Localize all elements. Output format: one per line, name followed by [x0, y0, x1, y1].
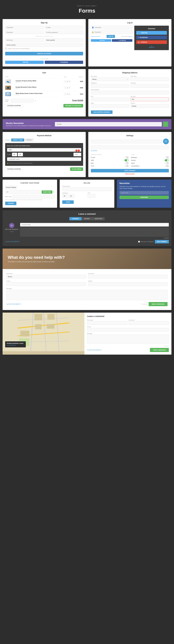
map-attach-link[interactable]: 📎 ADD ATTACHMENTS: [87, 349, 101, 351]
shipping-street-input[interactable]: [91, 91, 169, 94]
country-select-phone[interactable]: Russian Federation (1): [5, 186, 17, 189]
delete-account-button[interactable]: Delete account?: [125, 173, 134, 174]
payment-close-icon[interactable]: ×: [84, 133, 84, 135]
comment-tab-review[interactable]: REVIEW: [82, 217, 92, 220]
expires-year-input[interactable]: [18, 153, 23, 156]
phone-refresh-icon[interactable]: ↻: [53, 191, 54, 193]
shipping-country-select[interactable]: Russia: [130, 104, 169, 108]
settings-close-icon[interactable]: ×: [169, 133, 170, 135]
settings-website-link[interactable]: @ Website: [91, 150, 169, 152]
cardholder-input[interactable]: [7, 157, 81, 161]
place-order-button[interactable]: PLACE ORDER: [70, 168, 83, 171]
sms-code-input[interactable]: [12, 195, 54, 198]
billing-cvv-input[interactable]: [88, 194, 96, 198]
login-password-input[interactable]: [91, 30, 132, 34]
map-message-textarea[interactable]: [87, 335, 169, 344]
connect-google-button[interactable]: g+ GOOGLE: [136, 40, 167, 44]
cart-item-3-qty-plus[interactable]: +: [68, 93, 70, 95]
shipping-city-input[interactable]: [91, 98, 129, 101]
shipping-company-input[interactable]: [130, 84, 169, 88]
login-close-icon[interactable]: ×: [169, 20, 170, 22]
add-comment-button[interactable]: ADD COMMENT: [155, 240, 169, 244]
payment-paypal-tab[interactable]: PAYPAL: [25, 138, 34, 142]
shipping-first-name-input[interactable]: [91, 78, 129, 81]
login-facebook-button[interactable]: f FACEBOOK: [112, 39, 132, 42]
type-sales-toggle[interactable]: [165, 162, 169, 164]
phone-country-code-input[interactable]: [5, 190, 38, 194]
cart-item-2-qty-minus[interactable]: −: [64, 86, 66, 89]
login-button[interactable]: LOG IN: [106, 35, 115, 38]
notif-email-toggle[interactable]: [124, 156, 129, 158]
continue-shopping-button[interactable]: CONTINUE SHOPPING: [5, 104, 23, 108]
cart-item-1-qty-plus[interactable]: +: [68, 80, 70, 82]
settings-email-input[interactable]: [91, 146, 169, 149]
comment-title-input[interactable]: [20, 223, 169, 226]
newsletter-card-email-input[interactable]: [120, 191, 169, 194]
newsletter-banner-submit-button[interactable]: ›: [163, 122, 168, 127]
connect-facebook-button[interactable]: f FACEBOOK: [136, 36, 167, 39]
help-send-button[interactable]: SEND A MESSAGE: [148, 302, 168, 306]
newsletter-banner-email-input[interactable]: [55, 122, 162, 126]
card-number-input[interactable]: [7, 148, 81, 152]
cart-item-1-qty-minus[interactable]: −: [64, 80, 66, 82]
promo-input[interactable]: [11, 99, 34, 102]
shipping-last-name-input[interactable]: [130, 78, 169, 81]
signup-dob-input[interactable]: [5, 38, 44, 42]
type-activity-toggle[interactable]: [165, 159, 169, 161]
signup-facebook-button[interactable]: f FACEBOOK: [45, 61, 83, 64]
login-twitter-button[interactable]: 🐦 TWITTER: [91, 39, 111, 42]
proceed-checkout-button[interactable]: PROCEED TO CHECKOUT: [64, 104, 83, 108]
login-username-input[interactable]: [91, 26, 132, 29]
connect-signup-link[interactable]: SIGN UP: [149, 47, 154, 48]
signup-country-select[interactable]: Select country: [5, 43, 83, 47]
map-first-name-input[interactable]: [87, 321, 127, 325]
signup-gender-select[interactable]: Select gender Male Female: [45, 38, 83, 42]
save-shipping-button[interactable]: SAVE SHIPPING ADDRESS: [91, 110, 112, 114]
signup-terms-checkbox[interactable]: [5, 48, 7, 50]
billing-done-button[interactable]: DONE: [62, 200, 74, 204]
newsletter-subscribe-button[interactable]: SUBSCRIBE: [120, 196, 169, 199]
save-changes-button[interactable]: SAVE CHANGES: [91, 169, 169, 172]
comment-body-textarea[interactable]: [20, 228, 169, 236]
settings-name-input[interactable]: [91, 140, 162, 143]
send-code-button[interactable]: SEND CODE: [42, 190, 52, 194]
shipping-state-input[interactable]: [91, 104, 129, 108]
map-email-input[interactable]: [87, 328, 169, 332]
map-last-name-input[interactable]: [129, 321, 169, 325]
help-last-name-input[interactable]: [88, 275, 168, 278]
signup-confirm-password-input[interactable]: [45, 30, 83, 34]
signup-create-account-button[interactable]: CREATE ACCOUNT: [5, 52, 83, 56]
signup-close-icon[interactable]: ×: [84, 20, 84, 22]
signup-password-input[interactable]: [5, 30, 44, 34]
billing-card-number-input[interactable]: [62, 188, 112, 191]
confirm-phone-button[interactable]: CONFIRM: [5, 202, 16, 205]
help-subject-input[interactable]: [88, 282, 168, 286]
connect-twitter-button[interactable]: 🐦 TWITTER: [136, 31, 167, 35]
help-email-input[interactable]: [6, 282, 86, 286]
notif-push-toggle[interactable]: [124, 165, 129, 167]
help-message-textarea[interactable]: [6, 290, 168, 300]
comment-tab-comment[interactable]: COMMENT: [69, 217, 82, 220]
billing-exp-month-input[interactable]: [62, 194, 68, 198]
shipping-zip-input[interactable]: [130, 98, 169, 101]
cvv-input[interactable]: [74, 153, 81, 156]
comment-attach-link[interactable]: 📎 ADD ATTACHMENTS: [5, 241, 20, 242]
cart-item-3-qty-minus[interactable]: −: [64, 93, 66, 95]
signup-email-input[interactable]: [45, 26, 83, 29]
sign-up-link[interactable]: Sign Up: [128, 36, 132, 37]
help-attach-link[interactable]: 📎 ADD ATTACHMENTS: [6, 304, 21, 305]
help-first-name-input[interactable]: [6, 275, 86, 278]
notif-mail-toggle[interactable]: [124, 162, 129, 164]
comment-tab-question[interactable]: QUESTION: [92, 217, 105, 220]
signup-twitter-button[interactable]: 🐦 TWITTER: [5, 61, 44, 64]
signup-username-input[interactable]: [5, 26, 44, 29]
billing-exp-year-input[interactable]: [69, 194, 74, 198]
expires-month-input[interactable]: [12, 153, 17, 156]
map-send-button[interactable]: SEND A MESSAGE: [150, 348, 169, 352]
also-on-facebook-checkbox[interactable]: [138, 241, 140, 242]
forgot-password-link[interactable]: Forgot password?: [91, 36, 100, 37]
payment-credit-card-tab[interactable]: CREDIT CARD: [11, 138, 24, 142]
notif-sms-toggle[interactable]: [124, 159, 129, 161]
shipping-telephone-input[interactable]: [91, 84, 129, 88]
type-competitions-toggle[interactable]: [165, 165, 169, 167]
